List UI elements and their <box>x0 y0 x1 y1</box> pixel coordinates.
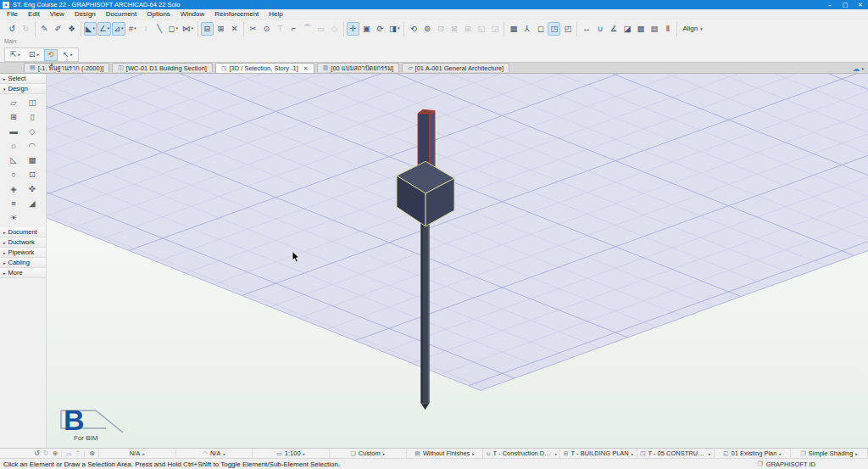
toolbox-section-select[interactable]: ▸Select <box>0 74 46 84</box>
column-tool[interactable]: ▯ <box>25 111 39 122</box>
stair-tool[interactable]: ≡ <box>7 198 20 209</box>
roof-tool[interactable]: ⌂ <box>7 140 20 151</box>
suspend-groups-icon[interactable]: ⊟ <box>201 22 214 36</box>
door-tool[interactable]: ◫ <box>25 97 39 108</box>
tab-close-icon[interactable]: ✕ <box>303 65 309 72</box>
parameter-transfer-icon[interactable]: ❖ <box>65 22 78 36</box>
menu-edit[interactable]: Edit <box>23 9 45 19</box>
tab-building-section[interactable]: ◫[WC-01 D1 Building Section] <box>112 63 213 72</box>
jump-tool-button[interactable]: ⇱▸ <box>7 49 24 61</box>
gravity-icon[interactable]: ≀ <box>140 22 153 36</box>
schedule-icon[interactable]: ▦ <box>507 22 520 36</box>
set-orientation-icon[interactable]: ⊚ <box>420 22 433 36</box>
object-tool[interactable]: ✜ <box>25 183 39 194</box>
move-icon[interactable]: ✛ <box>347 22 359 36</box>
shell-tool[interactable]: ◠ <box>25 140 39 151</box>
tab-story-foundation[interactable]: ▤[-1. พื้นฐานราก (-2000)] <box>24 63 109 72</box>
3d-scene[interactable] <box>47 74 868 448</box>
slab-tool[interactable]: ◇ <box>25 126 39 137</box>
menu-options[interactable]: Options <box>142 9 175 19</box>
walk-icon[interactable]: ⇡ <box>75 450 81 457</box>
rotate-icon[interactable]: ⟳ <box>374 22 387 36</box>
orbit-button[interactable]: ⟲ <box>44 49 58 61</box>
menu-help[interactable]: Help <box>264 9 287 19</box>
element-snap-icon[interactable]: ⋈▾ <box>181 22 195 36</box>
grid-system-icon[interactable]: ▤ <box>648 22 660 36</box>
marquee-icon[interactable]: ◻▾ <box>167 22 180 36</box>
maximize-button[interactable]: ▢ <box>837 0 853 9</box>
close-button[interactable]: ✕ <box>853 0 868 9</box>
dimension-icon[interactable]: ↔ <box>580 22 593 36</box>
window-tool[interactable]: ⊞ <box>7 111 20 122</box>
mesh-slab-element[interactable] <box>47 74 868 390</box>
forward-icon[interactable]: ↻ <box>43 450 49 457</box>
tab-drawing-architecture[interactable]: ▥[00 แบบสถาปัตยกรรม] <box>317 63 399 72</box>
snap-points-icon[interactable]: ⊿▾ <box>112 22 125 36</box>
ungroup-icon[interactable]: ✕ <box>228 22 241 36</box>
toolbox-section-pipework[interactable]: ▸Pipework <box>0 248 46 258</box>
walk-mode-icon[interactable]: ⅄ <box>520 22 533 36</box>
magic-wand-icon[interactable]: ╲ <box>153 22 166 36</box>
mesh-tool[interactable]: ◺ <box>7 154 20 165</box>
toolbox-section-more[interactable]: ▸More <box>0 268 46 278</box>
tab-layout-general-architecture[interactable]: ▱[01 A-001 General Architecture] <box>402 63 509 72</box>
menu-view[interactable]: View <box>45 9 70 19</box>
snap-guides-icon[interactable]: ∠▾ <box>97 22 111 36</box>
zoom-fit-icon[interactable]: ⊗ <box>84 450 95 457</box>
arrow-tool-button[interactable]: ↖▸ <box>59 49 76 61</box>
camera-position-icon[interactable]: ⌓ <box>61 450 71 457</box>
curtain-wall-tool[interactable]: ▦ <box>25 154 39 165</box>
relink-story-icon[interactable]: ◲ <box>488 22 501 36</box>
open-3d-document-icon[interactable]: ◰ <box>561 22 574 36</box>
intersect-icon[interactable]: ⌐ <box>287 22 300 36</box>
quick-pen-set-select[interactable]: ∪T - Construction Drawi...▸ <box>483 449 560 458</box>
mirror-icon[interactable]: ◨▾ <box>387 22 402 36</box>
3d-viewport[interactable]: B For BIM <box>47 74 868 448</box>
split-icon[interactable]: ✂ <box>247 22 259 36</box>
zoom-in-icon[interactable]: ⊕ <box>52 450 58 457</box>
quick-3d-style-select[interactable]: ❐Simple Shading▸ <box>791 449 868 458</box>
menu-document[interactable]: Document <box>101 9 142 19</box>
quick-layer-combination-select[interactable]: ⊞T - BUILDING PLAN▸ <box>560 449 637 458</box>
morph-tool[interactable]: ◈ <box>7 183 20 194</box>
toolbox-section-cabling[interactable]: ▸Cabling <box>0 258 46 268</box>
tab-switcher[interactable]: ☁▾ <box>848 64 868 73</box>
level-dimension-icon[interactable]: ∪ <box>593 22 606 36</box>
toolbox-section-document[interactable]: ▸Document <box>0 227 46 237</box>
menu-reinforcement[interactable]: Reinforcement <box>209 9 264 19</box>
menu-design[interactable]: Design <box>70 9 101 19</box>
align-button[interactable]: Align▾ <box>677 25 707 32</box>
beam-tool[interactable]: ▬ <box>7 126 20 137</box>
quick-partial-structure-select[interactable]: ▤Without Finishes▸ <box>407 449 484 458</box>
story-link-icon[interactable]: ⊟ <box>461 22 474 36</box>
profile-beam-icon[interactable]: Ⅱ <box>661 22 674 36</box>
quick-scale-select[interactable]: ▭1:100▸ <box>253 449 330 458</box>
trim-icon[interactable]: ⊤ <box>274 22 287 36</box>
relink-home-story-icon[interactable]: ◱ <box>475 22 487 36</box>
quick-structure-display-select[interactable]: N/A▸ <box>99 449 176 458</box>
stamp-icon[interactable]: ▩ <box>634 22 647 36</box>
pick-up-parameters-icon[interactable]: ✎ <box>38 22 51 36</box>
link-elements-icon[interactable]: ⊡ <box>434 22 447 36</box>
fill-icon[interactable]: ◪ <box>620 22 633 36</box>
perspective-view-icon[interactable]: ◻ <box>534 22 547 36</box>
ramp-tool[interactable]: ◢ <box>25 198 39 209</box>
menu-window[interactable]: Window <box>175 9 209 19</box>
stretch-icon[interactable]: ◇ <box>328 22 341 36</box>
drag-copy-icon[interactable]: ▣ <box>360 22 373 36</box>
quick-graphic-override-select[interactable]: ◠N/A▸ <box>176 449 253 458</box>
menu-file[interactable]: File <box>2 9 23 19</box>
toolbox-section-ductwork[interactable]: ▸Ductwork <box>0 237 46 248</box>
quick-model-view-options-select[interactable]: ◳T - 05 CONSTRUCTION...▸ <box>637 449 715 458</box>
angle-dimension-icon[interactable]: ∡ <box>607 22 620 36</box>
adjust-icon[interactable]: ⊙ <box>260 22 273 36</box>
grid-snap-icon[interactable]: #▾ <box>126 22 139 36</box>
lamp-tool[interactable]: ☀ <box>7 212 20 223</box>
zone-tool[interactable]: ○ <box>7 169 20 180</box>
back-icon[interactable]: ↺ <box>34 450 40 457</box>
rebuild-icon[interactable]: ⟲ <box>407 22 420 36</box>
unlink-elements-icon[interactable]: ⊠ <box>448 22 460 36</box>
pile-element[interactable] <box>421 207 430 410</box>
tab-3d-selection[interactable]: ◳[3D / Selection, Story -1]✕ <box>215 63 314 73</box>
group-icon[interactable]: ⊞ <box>214 22 227 36</box>
